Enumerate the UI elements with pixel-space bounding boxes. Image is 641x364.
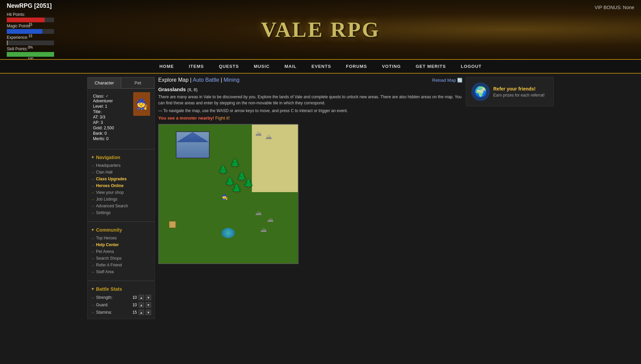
character-panel: NewRPG [2051] Hit Points: 15 Magic Point… <box>0 0 68 59</box>
char-tabs: Character Pet <box>88 77 155 89</box>
community-title: ✦ Community <box>91 227 151 233</box>
sidebar-item-pet-arena[interactable]: → Pet Arena <box>91 248 151 255</box>
view-shop-label: View your shop <box>96 190 124 195</box>
guard-decrease[interactable]: ▲ <box>139 302 144 308</box>
mp-bar-wrapper: 15 <box>7 29 54 34</box>
job-listings-label: Job Listings <box>96 197 117 202</box>
map-rock-1: ⛰ <box>255 130 262 137</box>
sidebar-item-view-shop[interactable]: → View your shop <box>91 189 151 196</box>
hp-bar-wrapper: 15 <box>7 18 54 22</box>
nav-items[interactable]: ITEMS <box>181 60 211 73</box>
ap-label: AP: <box>93 120 99 125</box>
referral-description: Earn prizes for each referral! <box>493 93 545 98</box>
sidebar-battle-stats: ✦ Battle Stats → Strength: 10 ▲ ▼ → Guar… <box>88 284 155 319</box>
strength-decrease[interactable]: ▲ <box>139 295 144 300</box>
pet-arena-label: Pet Arena <box>96 249 114 254</box>
header: NewRPG [2051] Hit Points: 15 Magic Point… <box>0 0 641 59</box>
referral-title: Refer your friends! <box>493 86 545 92</box>
nav-events[interactable]: EVENTS <box>304 60 338 73</box>
map-rock-4: ⛰ <box>267 216 274 224</box>
mp-label: Magic Points: <box>7 24 61 28</box>
guard-label: Guard: <box>96 303 131 307</box>
sidebar-item-class-upgrades[interactable]: → Class Upgrades <box>91 176 151 182</box>
sidebar-item-staff-area[interactable]: → Staff Area <box>91 268 151 275</box>
sidebar-item-job-listings[interactable]: → Job Listings <box>91 196 151 203</box>
sidebar-item-headquarters[interactable]: → Headquarters <box>91 162 151 169</box>
navigation-label: Navigation <box>96 155 120 160</box>
arrow-icon: → <box>91 257 94 260</box>
char-info-section: 🧙 Class: ♂ Adventurer Level: 1 Title: AT… <box>88 89 155 146</box>
xp-bar-wrapper: 0% <box>7 41 54 45</box>
character-name: NewRPG [2051] <box>7 2 61 9</box>
game-map[interactable]: 🌲 🌲 🌲 🌲 🌲 🌲 ⛰ ⛰ ⛰ ⛰ ⛰ 🧙 <box>158 124 299 264</box>
nav-voting[interactable]: VOTING <box>375 60 408 73</box>
tab-pet[interactable]: Pet <box>121 77 155 88</box>
mining-link[interactable]: Mining <box>223 77 239 83</box>
nav-mail[interactable]: MAIL <box>277 60 304 73</box>
sidebar-item-top-heroes[interactable]: → Top Heroes <box>91 235 151 241</box>
sidebar-item-heroes-online[interactable]: → Heroes Online <box>91 182 151 189</box>
sidebar-item-help-center[interactable]: → Help Center <box>91 241 151 248</box>
sidebar-navigation: ✦ Navigation → Headquarters → Clan Hall … <box>88 152 155 219</box>
battle-stats-label: Battle Stats <box>96 286 122 292</box>
map-glow-effect <box>221 228 235 238</box>
nav-merits[interactable]: GET MERITS <box>408 60 453 73</box>
arrow-icon: → <box>91 303 94 307</box>
sidebar-item-advanced-search[interactable]: → Advanced Search <box>91 203 151 209</box>
referral-icon: 🌍 <box>471 82 490 101</box>
settings-label: Settings <box>96 210 111 215</box>
char-sprite: 🧙 <box>133 92 150 116</box>
area-info: Grasslands (8, 8) There are many areas i… <box>158 86 462 121</box>
sidebar-item-refer-friend[interactable]: → Refer A Friend <box>91 262 151 268</box>
strength-label: Strength: <box>96 295 131 300</box>
map-chest <box>169 221 176 228</box>
xp-value: 0% <box>28 45 33 50</box>
vip-info: VIP BONUS: None <box>595 5 634 10</box>
battle-stats-title: ✦ Battle Stats <box>91 286 151 292</box>
monster-alert: You see a monster nearby! Fight it! <box>158 115 462 121</box>
logo: Vale RPG <box>261 17 380 42</box>
area-description: There are many areas in Vale to be disco… <box>158 94 462 114</box>
sidebar-item-settings[interactable]: → Settings <box>91 209 151 216</box>
reload-map-button[interactable]: Reload Map 🔄 <box>432 78 462 83</box>
search-shops-label: Search Shops <box>96 256 121 261</box>
stamina-row: → Stamina: 15 ▲ ▼ <box>91 309 151 316</box>
sp-label: Skill Points: <box>7 47 61 51</box>
battle-stats-icon: ✦ <box>91 287 94 291</box>
class-info: Class: ♂ Adventurer <box>93 94 129 103</box>
nav-home[interactable]: HOME <box>152 60 181 73</box>
sidebar-item-clan-hall[interactable]: → Clan Hall <box>91 169 151 176</box>
xp-bar-container <box>7 41 54 45</box>
level-info: Level: 1 <box>93 104 129 109</box>
class-upgrades-label: Class Upgrades <box>96 177 127 181</box>
refer-friend-label: Refer A Friend <box>96 263 122 267</box>
strength-increase[interactable]: ▼ <box>146 295 151 300</box>
divider-2 <box>88 222 155 222</box>
nav-forums[interactable]: FORUMS <box>338 60 374 73</box>
arrow-icon: → <box>91 296 94 300</box>
arrow-icon: → <box>91 204 94 208</box>
nav-quests[interactable]: QUESTS <box>211 60 246 73</box>
fight-link[interactable]: Fight it! <box>215 115 230 121</box>
stamina-decrease[interactable]: ▲ <box>139 310 144 315</box>
tab-character[interactable]: Character <box>88 77 121 88</box>
monster-alert-text: You see a monster nearby! <box>158 115 214 121</box>
arrow-icon: → <box>91 177 94 181</box>
arrow-icon: → <box>91 311 94 314</box>
ap-info: AP: 3 <box>93 120 129 125</box>
nav-music[interactable]: MUSIC <box>246 60 277 73</box>
arrow-icon: → <box>91 243 94 247</box>
merits-info: Merits: 0 <box>93 136 129 141</box>
hp-bar <box>7 18 45 22</box>
guard-value: 10 <box>133 303 137 307</box>
auto-battle-link[interactable]: Auto Battle <box>193 77 219 83</box>
sidebar-item-search-shops[interactable]: → Search Shops <box>91 255 151 262</box>
arrow-icon: → <box>91 236 94 240</box>
arrow-icon: → <box>91 164 94 167</box>
mp-value: 15 <box>28 34 32 38</box>
top-heroes-label: Top Heroes <box>96 236 117 240</box>
guard-increase[interactable]: ▼ <box>146 302 151 308</box>
stamina-increase[interactable]: ▼ <box>146 310 151 315</box>
gold-label: Gold: <box>93 126 103 130</box>
nav-logout[interactable]: LOGOUT <box>453 60 489 73</box>
